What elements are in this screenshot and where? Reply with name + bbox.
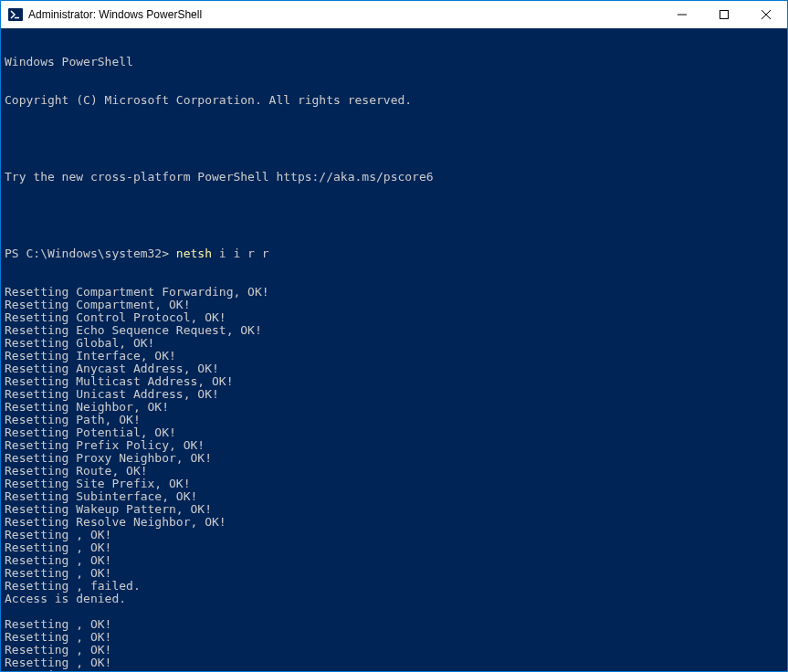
terminal-line: Resetting Anycast Address, OK! xyxy=(5,362,783,375)
minimize-icon xyxy=(678,10,687,19)
terminal-line: Access is denied. xyxy=(5,593,783,605)
command-executable: netsh xyxy=(176,247,212,260)
terminal-line: Resetting Route, OK! xyxy=(5,465,783,478)
terminal-line: Try the new cross-platform PowerShell ht… xyxy=(5,171,783,184)
window-title: Administrator: Windows PowerShell xyxy=(28,1,661,28)
terminal-line xyxy=(5,209,783,222)
close-icon xyxy=(762,10,771,19)
terminal-line: Resetting , OK! xyxy=(5,618,783,631)
terminal-area[interactable]: Windows PowerShell Copyright (C) Microso… xyxy=(1,28,787,671)
terminal-line: Resetting Wakeup Pattern, OK! xyxy=(5,503,783,516)
terminal-line: Resetting Interface, OK! xyxy=(5,350,783,362)
terminal-line: Resetting Echo Sequence Request, OK! xyxy=(5,324,783,337)
terminal-line: Resetting Compartment Forwarding, OK! xyxy=(5,286,783,299)
terminal-line: Resetting , failed. xyxy=(5,580,783,593)
maximize-button[interactable] xyxy=(703,1,745,27)
svg-rect-3 xyxy=(720,10,729,18)
output-block: Resetting Compartment Forwarding, OK!Res… xyxy=(5,286,783,671)
terminal-line: Resetting Unicast Address, OK! xyxy=(5,388,783,401)
terminal-line: Resetting Compartment, OK! xyxy=(5,299,783,311)
terminal-line: Resetting Proxy Neighbor, OK! xyxy=(5,452,783,465)
prompt-line: PS C:\Windows\system32> netsh i i r r xyxy=(5,247,783,260)
terminal-line: Resetting Potential, OK! xyxy=(5,426,783,439)
terminal-line: Resetting , OK! xyxy=(5,644,783,656)
close-button[interactable] xyxy=(745,1,787,27)
window-controls xyxy=(661,1,787,28)
terminal-line: Resetting , OK! xyxy=(5,631,783,644)
terminal-line: Resetting , OK! xyxy=(5,656,783,669)
terminal-line: Resetting , OK! xyxy=(5,669,783,671)
terminal-line: Resetting Prefix Policy, OK! xyxy=(5,439,783,452)
powershell-window: Administrator: Windows PowerShell Window… xyxy=(0,0,788,672)
minimize-button[interactable] xyxy=(661,1,703,27)
terminal-line: Resetting Path, OK! xyxy=(5,414,783,426)
terminal-line xyxy=(5,605,783,618)
terminal-line: Resetting , OK! xyxy=(5,541,783,554)
terminal-line: Resetting , OK! xyxy=(5,529,783,541)
terminal-line: Resetting Resolve Neighbor, OK! xyxy=(5,516,783,529)
terminal-line: Resetting Site Prefix, OK! xyxy=(5,478,783,490)
terminal-line: Resetting , OK! xyxy=(5,567,783,580)
titlebar[interactable]: Administrator: Windows PowerShell xyxy=(1,1,787,28)
powershell-icon xyxy=(8,7,23,22)
terminal-line: Resetting Global, OK! xyxy=(5,337,783,350)
terminal-line: Resetting Neighbor, OK! xyxy=(5,401,783,414)
terminal-line xyxy=(5,132,783,145)
terminal-line: Resetting Multicast Address, OK! xyxy=(5,375,783,388)
command-args: i i r r xyxy=(212,247,269,260)
prompt: PS C:\Windows\system32> xyxy=(5,247,176,260)
maximize-icon xyxy=(720,10,729,19)
terminal-line: Resetting Control Protocol, OK! xyxy=(5,311,783,324)
terminal-line: Resetting , OK! xyxy=(5,554,783,567)
terminal-line: Resetting Subinterface, OK! xyxy=(5,490,783,503)
terminal-line: Copyright (C) Microsoft Corporation. All… xyxy=(5,94,783,107)
terminal-line: Windows PowerShell xyxy=(5,56,783,68)
